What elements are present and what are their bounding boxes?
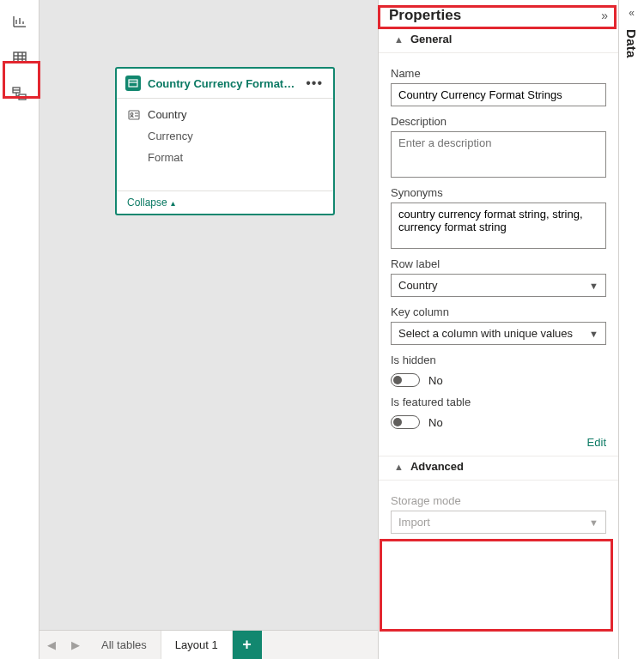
synonyms-input[interactable]: country currency format string, string, … bbox=[391, 203, 606, 249]
id-card-icon bbox=[127, 110, 141, 120]
is-featured-label: Is featured table bbox=[391, 396, 606, 408]
key-column-select[interactable]: Select a column with unique values ▼ bbox=[391, 322, 606, 345]
model-canvas[interactable]: Country Currency Format Strings ••• Coun… bbox=[39, 0, 378, 659]
storage-mode-label: Storage mode bbox=[391, 494, 606, 507]
add-layout-button[interactable]: + bbox=[233, 631, 262, 659]
is-featured-toggle[interactable] bbox=[391, 415, 420, 429]
data-pane-label: Data bbox=[624, 29, 639, 58]
table-icon bbox=[12, 50, 27, 65]
table-card-header[interactable]: Country Currency Format Strings ••• bbox=[117, 69, 333, 99]
chevron-up-icon: ▴ bbox=[171, 198, 175, 208]
svg-point-5 bbox=[131, 112, 133, 115]
advanced-section-header[interactable]: ▲ Advanced bbox=[379, 456, 618, 481]
table-fields-list: Country Currency Format bbox=[117, 99, 333, 190]
tab-nav-prev[interactable]: ◀ bbox=[39, 631, 64, 659]
field-label: Country bbox=[148, 108, 187, 121]
key-column-label: Key column bbox=[391, 305, 606, 318]
table-field-currency[interactable]: Currency bbox=[117, 125, 333, 147]
expand-data-button[interactable]: « bbox=[629, 7, 635, 19]
tab-nav-next[interactable]: ▶ bbox=[64, 631, 88, 659]
collapse-properties-button[interactable]: » bbox=[601, 9, 608, 22]
model-icon bbox=[11, 85, 28, 102]
properties-title: Properties bbox=[389, 7, 461, 24]
field-label: Format bbox=[148, 151, 183, 164]
is-featured-value: No bbox=[428, 416, 443, 429]
general-section-header[interactable]: ▲ General bbox=[379, 29, 618, 53]
chevron-up-icon: ▲ bbox=[394, 34, 404, 45]
table-field-format[interactable]: Format bbox=[117, 147, 333, 168]
is-hidden-label: Is hidden bbox=[391, 354, 606, 366]
bar-chart-icon bbox=[12, 14, 27, 29]
key-column-value: Select a column with unique values bbox=[398, 327, 573, 340]
svg-rect-4 bbox=[129, 111, 139, 119]
edit-link[interactable]: Edit bbox=[379, 432, 618, 456]
chevron-down-icon: ▼ bbox=[589, 281, 598, 291]
field-label: Currency bbox=[148, 130, 193, 142]
row-label-value: Country bbox=[398, 279, 438, 292]
data-pane-collapsed[interactable]: « Data bbox=[618, 0, 644, 659]
is-hidden-value: No bbox=[428, 374, 443, 387]
collapse-label: Collapse bbox=[127, 196, 167, 209]
chevron-double-right-icon: » bbox=[601, 9, 608, 22]
storage-mode-select: Import ▼ bbox=[391, 511, 606, 534]
general-label: General bbox=[410, 33, 452, 45]
description-input[interactable] bbox=[391, 131, 606, 178]
table-badge-icon bbox=[125, 76, 141, 91]
tab-layout-1[interactable]: Layout 1 bbox=[161, 631, 233, 659]
table-card-title: Country Currency Format Strings bbox=[148, 77, 297, 90]
report-view-button[interactable] bbox=[5, 7, 34, 36]
tab-all-tables[interactable]: All tables bbox=[88, 631, 161, 659]
table-field-country[interactable]: Country bbox=[117, 104, 333, 125]
properties-panel: Properties » ▲ General Name Description … bbox=[378, 0, 618, 659]
chevron-down-icon: ▼ bbox=[589, 329, 598, 339]
is-hidden-toggle[interactable] bbox=[391, 373, 420, 387]
chevron-down-icon: ▼ bbox=[589, 517, 598, 528]
collapse-button[interactable]: Collapse ▴ bbox=[117, 190, 333, 214]
name-label: Name bbox=[391, 67, 606, 80]
row-label-select[interactable]: Country ▼ bbox=[391, 274, 606, 297]
svg-rect-0 bbox=[14, 52, 26, 63]
advanced-label: Advanced bbox=[410, 460, 464, 473]
row-label-label: Row label bbox=[391, 257, 606, 270]
synonyms-label: Synonyms bbox=[391, 186, 606, 199]
chevron-up-icon: ▲ bbox=[394, 462, 404, 472]
name-input[interactable] bbox=[391, 83, 606, 106]
chevron-double-left-icon: « bbox=[629, 7, 635, 19]
table-card[interactable]: Country Currency Format Strings ••• Coun… bbox=[115, 67, 335, 215]
layout-tabstrip: ◀ ▶ All tables Layout 1 + bbox=[39, 630, 378, 659]
view-rail bbox=[0, 0, 39, 659]
description-label: Description bbox=[391, 115, 606, 128]
table-card-more-button[interactable]: ••• bbox=[304, 76, 325, 91]
model-view-button[interactable] bbox=[5, 79, 34, 108]
data-view-button[interactable] bbox=[5, 43, 34, 72]
svg-rect-3 bbox=[129, 80, 137, 87]
storage-mode-value: Import bbox=[398, 516, 430, 529]
